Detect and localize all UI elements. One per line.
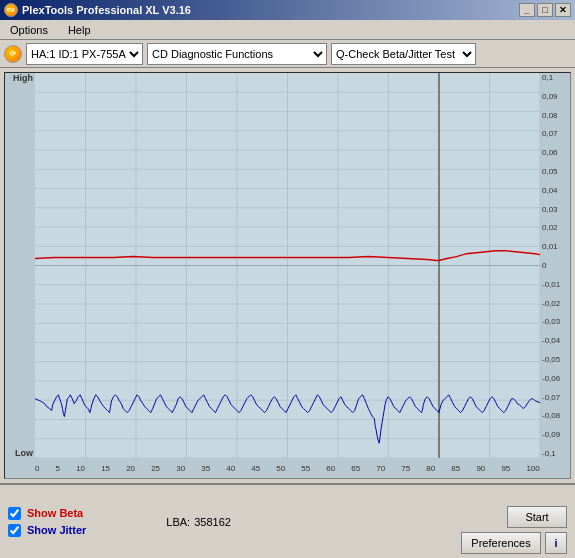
y-left-top: High (13, 73, 33, 83)
bottom-panel: Show Beta Show Jitter LBA: 358162 Start … (0, 483, 575, 558)
start-button[interactable]: Start (507, 506, 567, 528)
test-select[interactable]: Q-Check Beta/Jitter Test (331, 43, 476, 65)
show-beta-checkbox[interactable] (8, 507, 21, 520)
maximize-button[interactable]: □ (537, 3, 553, 17)
minimize-button[interactable]: _ (519, 3, 535, 17)
chart-container: High Low (4, 72, 571, 479)
menu-bar: Options Help (0, 20, 575, 40)
prefs-row: Preferences i (461, 532, 567, 554)
bottom-left: Show Beta Show Jitter LBA: 358162 (8, 489, 453, 554)
lba-label: LBA: (166, 516, 190, 528)
app-icon: PX (4, 3, 18, 17)
show-jitter-checkbox[interactable] (8, 524, 21, 537)
close-button[interactable]: ✕ (555, 3, 571, 17)
y-left-bottom: Low (15, 448, 33, 458)
preferences-button[interactable]: Preferences (461, 532, 541, 554)
show-beta-row: Show Beta (8, 507, 86, 520)
options-menu[interactable]: Options (4, 22, 54, 38)
show-jitter-label: Show Jitter (27, 524, 86, 536)
function-select[interactable]: CD Diagnostic Functions (147, 43, 327, 65)
y-axis-right: 0,1 0,09 0,08 0,07 0,06 0,05 0,04 0,03 0… (540, 73, 570, 458)
y-axis-left: High Low (5, 73, 35, 458)
chart-svg (35, 73, 540, 458)
x-axis: 0 5 10 15 20 25 30 35 40 45 50 55 60 65 … (35, 458, 540, 478)
toolbar: ⟳ HA:1 ID:1 PX-755A CD Diagnostic Functi… (0, 40, 575, 68)
lba-value: 358162 (194, 516, 231, 528)
info-button[interactable]: i (545, 532, 567, 554)
bottom-right: Start Preferences i (461, 489, 567, 554)
help-menu[interactable]: Help (62, 22, 97, 38)
chart-plot (35, 73, 540, 458)
device-select[interactable]: HA:1 ID:1 PX-755A (26, 43, 143, 65)
window-title: PlexTools Professional XL V3.16 (22, 4, 191, 16)
show-jitter-row: Show Jitter (8, 524, 86, 537)
title-bar: PX PlexTools Professional XL V3.16 _ □ ✕ (0, 0, 575, 20)
show-beta-label: Show Beta (27, 507, 83, 519)
main-content: High Low (0, 68, 575, 558)
device-icon: ⟳ (4, 45, 22, 63)
